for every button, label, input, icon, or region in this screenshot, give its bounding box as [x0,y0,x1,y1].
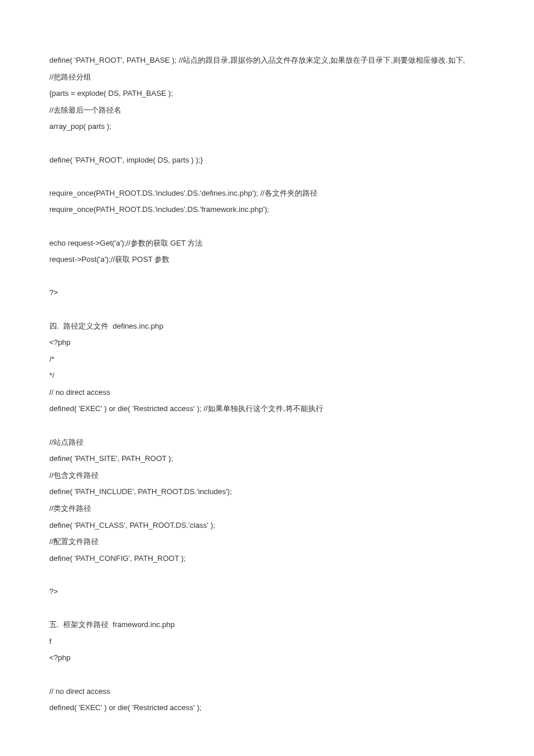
code-line: define( 'PATH_CONFIG', PATH_ROOT ); [49,550,485,567]
code-line: define( 'PATH_ROOT', implode( DS, parts … [49,152,485,169]
code-line: //站点路径 [49,434,485,451]
code-line: defined( 'EXEC' ) or die( 'Restricted ac… [49,700,485,717]
code-line: //配置文件路径 [49,534,485,550]
code-line [49,135,485,152]
code-line: // no direct access [49,384,485,401]
code-line: 五. 框架文件路径 frameword.inc.php [49,617,485,633]
code-line: //把路径分组 [49,69,485,86]
code-line: <?php [49,650,485,667]
code-line: ?> [49,285,485,301]
code-line [49,218,485,235]
code-line: define( 'PATH_SITE', PATH_ROOT ); [49,451,485,467]
code-line: //去除最后一个路径名 [49,102,485,119]
code-line: f [49,633,485,650]
code-line: ?> [49,584,485,600]
code-line: require_once(PATH_ROOT.DS.'includes'.DS.… [49,185,485,202]
code-line: request->Post('a');//获取 POST 参数 [49,251,485,268]
code-line: //类文件路径 [49,501,485,517]
code-line [49,567,485,584]
code-line [49,600,485,617]
code-line: define( 'PATH_CLASS', PATH_ROOT.DS.'clas… [49,517,485,534]
document-page: define( 'PATH_ROOT', PATH_BASE ); //站点的跟… [0,0,534,756]
code-line: //包含文件路径 [49,467,485,484]
code-line [49,301,485,318]
code-line: require_once(PATH_ROOT.DS.'includes'.DS.… [49,201,485,218]
code-line: echo request->Get('a');//参数的获取 GET 方法 [49,235,485,252]
code-line: defined( 'EXEC' ) or die( 'Restricted ac… [49,401,485,417]
code-line [49,168,485,185]
code-line: array_pop( parts ); [49,118,485,135]
code-line: {parts = explode( DS, PATH_BASE ); [49,85,485,102]
code-line: define( 'PATH_ROOT', PATH_BASE ); //站点的跟… [49,52,485,69]
code-line: // no direct access [49,683,485,700]
code-line: <?php [49,334,485,351]
code-line: /* [49,351,485,368]
code-line: define( 'PATH_INCLUDE', PATH_ROOT.DS.'in… [49,484,485,501]
code-line: 四. 路径定义文件 defines.inc.php [49,318,485,335]
code-line: */ [49,368,485,384]
code-line [49,667,485,683]
code-line [49,417,485,434]
code-block: define( 'PATH_ROOT', PATH_BASE ); //站点的跟… [49,52,485,717]
code-line [49,268,485,285]
